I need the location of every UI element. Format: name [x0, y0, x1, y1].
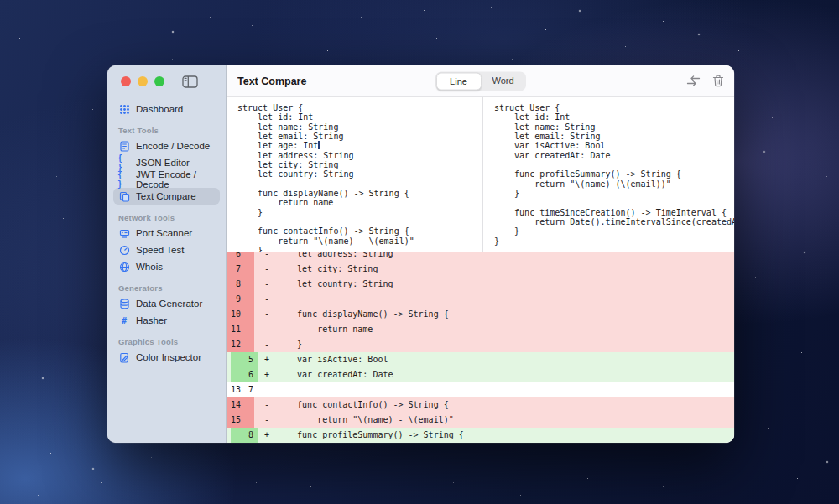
- sidebar: Dashboard Text Tools Encode / Decode { }…: [107, 65, 227, 443]
- code-line: let name: String: [494, 122, 729, 132]
- code-line-with-caret: let age: Int: [237, 141, 477, 150]
- code-line: let city: String: [237, 160, 477, 169]
- diff-row: 15- return "\(name) - \(email)": [227, 413, 734, 428]
- titlebar: [107, 65, 226, 97]
- sidebar-item-label: Data Generator: [136, 299, 202, 309]
- diff-row: 14- func contactInfo() -> String {: [227, 397, 734, 413]
- swap-sides-icon[interactable]: [686, 75, 701, 87]
- sidebar-item-data-generator[interactable]: Data Generator: [113, 295, 220, 312]
- code-line: func profileSummary() -> String {: [494, 169, 729, 179]
- code-line: func timeSinceCreation() -> TimeInterval…: [494, 208, 729, 217]
- sidebar-item-label: Dashboard: [136, 104, 183, 114]
- right-text-editor[interactable]: struct User { let id: Int let name: Stri…: [483, 97, 734, 252]
- code-line: [237, 179, 477, 189]
- code-line: }: [237, 208, 477, 217]
- code-line: return "\(name) (\(email))": [494, 179, 729, 189]
- code-line: func contactInfo() -> String {: [237, 226, 477, 236]
- app-window: Dashboard Text Tools Encode / Decode { }…: [107, 65, 734, 443]
- sidebar-item-speed-test[interactable]: Speed Test: [113, 242, 220, 258]
- section-title-text-tools: Text Tools: [113, 117, 220, 138]
- code-line: }: [494, 189, 729, 198]
- page-title: Text Compare: [227, 75, 306, 87]
- sidebar-item-label: Speed Test: [136, 245, 184, 255]
- section-title-generators: Generators: [113, 275, 220, 295]
- sidebar-item-encode-decode[interactable]: Encode / Decode: [113, 138, 220, 154]
- diff-row: 11- return name: [227, 322, 734, 337]
- sidebar-item-label: Color Inspector: [136, 352, 201, 362]
- code-line: let id: Int: [237, 112, 477, 122]
- text-caret: [318, 141, 320, 149]
- code-line: return "\(name) - \(email)": [237, 236, 477, 246]
- database-icon: [117, 299, 131, 309]
- main-panel: Text Compare Line Word: [227, 65, 734, 443]
- code-line: let email: String: [494, 132, 729, 141]
- diff-row: 6- let address: String: [227, 252, 734, 262]
- code-line: }: [494, 226, 729, 236]
- hash-icon: #: [117, 316, 131, 325]
- diff-results[interactable]: 6- let address: String 7- let city: Stri…: [227, 252, 734, 443]
- code-line: let name: String: [237, 122, 477, 132]
- sidebar-item-label: Whois: [136, 262, 163, 272]
- server-scan-icon: [117, 228, 131, 239]
- code-line: }: [237, 246, 477, 252]
- diff-row: 10- func displayName() -> String {: [227, 307, 734, 322]
- sidebar-item-whois[interactable]: Whois: [113, 258, 220, 275]
- code-line: [494, 160, 729, 169]
- code-line: }: [494, 236, 729, 246]
- code-line: let country: String: [237, 169, 477, 179]
- diff-row: 8- let country: String: [227, 277, 734, 292]
- compare-mode-segmented-control: Line Word: [435, 71, 526, 91]
- diff-row: 8+ func profileSummary() -> String {: [227, 428, 734, 443]
- compare-panes: struct User { let id: Int let name: Stri…: [227, 97, 734, 252]
- sidebar-item-dashboard[interactable]: Dashboard: [113, 101, 220, 117]
- code-line: return name: [237, 198, 477, 207]
- section-title-network-tools: Network Tools: [113, 205, 220, 225]
- code-line: let email: String: [237, 132, 477, 141]
- diff-row: 5+ var isActive: Bool: [227, 352, 734, 367]
- diff-row: 137: [227, 382, 734, 397]
- grid-icon: [117, 104, 131, 115]
- sidebar-nav: Dashboard Text Tools Encode / Decode { }…: [107, 97, 226, 366]
- sidebar-item-hasher[interactable]: # Hasher: [113, 312, 220, 329]
- sidebar-item-jwt-encode-decode[interactable]: { } JWT Encode / Decode: [113, 171, 220, 188]
- diff-row: 9-: [227, 292, 734, 307]
- close-window-button[interactable]: [121, 76, 131, 86]
- segment-line[interactable]: Line: [436, 72, 482, 90]
- zoom-window-button[interactable]: [154, 76, 164, 86]
- sidebar-item-label: Text Compare: [136, 191, 196, 201]
- jwt-braces-icon: { }: [117, 170, 131, 189]
- sidebar-item-label: Encode / Decode: [136, 141, 210, 151]
- diff-list: 6- let address: String 7- let city: Stri…: [227, 252, 734, 443]
- minimize-window-button[interactable]: [138, 76, 148, 86]
- diff-row: 7- let city: String: [227, 262, 734, 277]
- document-icon: [117, 141, 131, 152]
- code-line: [237, 217, 477, 226]
- code-line: func displayName() -> String {: [237, 189, 477, 198]
- diff-row: 12- }: [227, 337, 734, 352]
- starfield-bright: [0, 0, 2, 2]
- globe-icon: [117, 262, 131, 273]
- toolbar: Text Compare Line Word: [227, 65, 734, 97]
- trash-icon[interactable]: [712, 75, 724, 87]
- sidebar-item-label: Hasher: [136, 315, 167, 325]
- code-line: var isActive: Bool: [494, 141, 729, 150]
- code-line: [494, 198, 729, 207]
- code-line: struct User {: [494, 103, 729, 112]
- sidebar-item-json-editor[interactable]: { } JSON Editor: [113, 154, 220, 171]
- left-text-editor[interactable]: struct User { let id: Int let name: Stri…: [227, 97, 483, 252]
- sidebar-item-color-inspector[interactable]: Color Inspector: [113, 349, 220, 366]
- diff-row: 6+ var createdAt: Date: [227, 367, 734, 382]
- sidebar-item-text-compare[interactable]: Text Compare: [113, 188, 220, 205]
- code-line: let address: String: [237, 151, 477, 160]
- sidebar-item-label: Port Scanner: [136, 228, 192, 238]
- eyedropper-document-icon: [117, 352, 131, 363]
- compare-documents-icon: [117, 191, 131, 202]
- code-line: struct User {: [237, 103, 477, 112]
- sidebar-toggle-icon[interactable]: [182, 75, 198, 88]
- section-title-graphics-tools: Graphics Tools: [113, 329, 220, 349]
- speedometer-icon: [117, 245, 131, 256]
- sidebar-item-port-scanner[interactable]: Port Scanner: [113, 225, 220, 242]
- segment-word[interactable]: Word: [482, 72, 525, 88]
- code-line: return Date().timeIntervalSince(createdA…: [494, 217, 729, 226]
- desktop-wallpaper: Dashboard Text Tools Encode / Decode { }…: [0, 0, 839, 504]
